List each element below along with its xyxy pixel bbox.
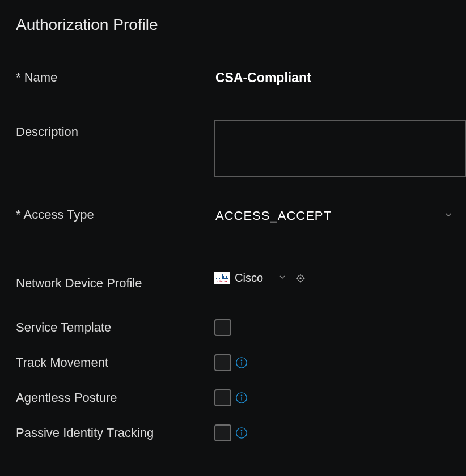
- name-input[interactable]: [214, 66, 466, 97]
- row-passive-identity-tracking: Passive Identity Tracking: [16, 424, 466, 441]
- label-name: * Name: [16, 66, 214, 85]
- passive-identity-tracking-checkbox[interactable]: [214, 424, 231, 441]
- svg-point-14: [241, 430, 242, 431]
- info-icon[interactable]: [235, 426, 248, 440]
- agentless-posture-checkbox[interactable]: [214, 389, 231, 406]
- network-device-profile-select[interactable]: cisco Cisco: [214, 271, 339, 294]
- target-icon[interactable]: [295, 273, 306, 284]
- info-icon[interactable]: [235, 356, 248, 369]
- row-track-movement: Track Movement: [16, 354, 466, 371]
- label-description: Description: [16, 120, 214, 139]
- label-agentless-posture: Agentless Posture: [16, 390, 214, 405]
- access-type-select[interactable]: ACCESS_ACCEPT: [214, 203, 466, 237]
- svg-point-11: [241, 395, 242, 396]
- label-passive-identity-tracking: Passive Identity Tracking: [16, 426, 214, 440]
- row-network-device-profile: Network Device Profile cisco Cisco: [16, 271, 466, 294]
- access-type-value: ACCESS_ACCEPT: [215, 209, 332, 223]
- label-track-movement: Track Movement: [16, 355, 214, 370]
- page-title: Authorization Profile: [16, 16, 466, 34]
- label-service-template: Service Template: [16, 320, 214, 335]
- track-movement-checkbox[interactable]: [214, 354, 231, 371]
- network-device-profile-value: Cisco: [235, 271, 263, 284]
- cisco-logo-icon: cisco: [214, 272, 230, 284]
- info-icon[interactable]: [235, 391, 248, 405]
- description-input[interactable]: [214, 120, 466, 177]
- row-description: Description: [16, 120, 466, 177]
- label-network-device-profile: Network Device Profile: [16, 271, 214, 291]
- row-service-template: Service Template: [16, 319, 466, 336]
- chevron-down-icon: [278, 273, 287, 284]
- label-access-type: * Access Type: [16, 203, 214, 222]
- row-access-type: * Access Type ACCESS_ACCEPT: [16, 203, 466, 237]
- row-name: * Name: [16, 66, 466, 97]
- svg-point-8: [241, 360, 242, 360]
- row-agentless-posture: Agentless Posture: [16, 389, 466, 406]
- service-template-checkbox[interactable]: [214, 319, 231, 336]
- chevron-down-icon: [443, 209, 454, 223]
- svg-point-5: [300, 277, 301, 278]
